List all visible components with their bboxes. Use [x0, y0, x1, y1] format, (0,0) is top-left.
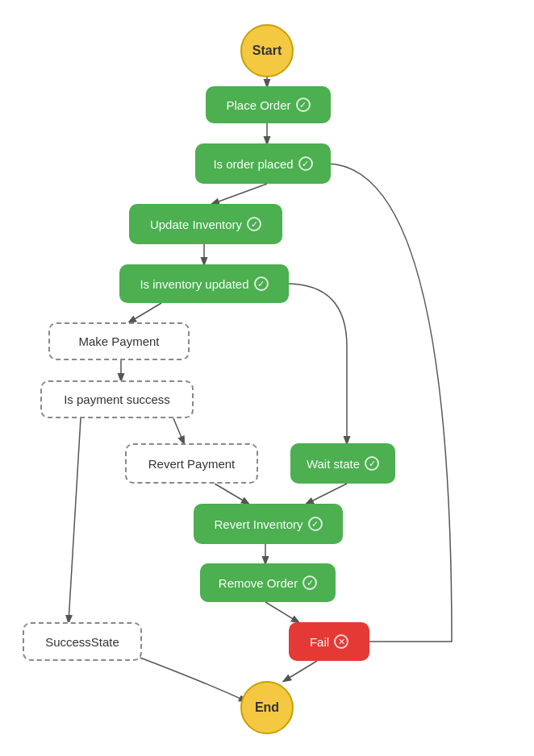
svg-line-10	[284, 661, 317, 681]
revert-payment-node: Revert Payment	[125, 443, 258, 484]
svg-line-12	[69, 418, 81, 622]
success-state-label: SuccessState	[45, 635, 119, 649]
diagram-container: Start Place Order ✓ Is order placed ✓ Up…	[0, 0, 534, 756]
fail-label: Fail	[310, 635, 329, 649]
revert-payment-label: Revert Payment	[148, 457, 236, 471]
remove-order-node: Remove Order ✓	[200, 563, 336, 602]
is-payment-success-node: Is payment success	[40, 380, 194, 418]
start-label: Start	[252, 44, 282, 58]
revert-inventory-node: Revert Inventory ✓	[194, 504, 343, 544]
success-state-node: SuccessState	[23, 622, 142, 661]
is-order-placed-check-icon: ✓	[298, 156, 313, 171]
update-inventory-check-icon: ✓	[247, 217, 261, 231]
is-payment-success-label: Is payment success	[64, 393, 170, 406]
end-label: End	[255, 700, 279, 715]
svg-line-9	[265, 602, 298, 622]
make-payment-label: Make Payment	[78, 334, 159, 348]
update-inventory-label: Update Inventory	[150, 218, 242, 231]
is-order-placed-label: Is order placed	[213, 157, 293, 171]
is-inventory-updated-label: Is inventory updated	[140, 277, 248, 291]
place-order-label: Place Order	[226, 98, 290, 112]
svg-line-2	[212, 184, 267, 204]
place-order-check-icon: ✓	[296, 98, 311, 112]
revert-inventory-label: Revert Inventory	[214, 517, 302, 531]
start-node: Start	[240, 24, 294, 77]
remove-order-check-icon: ✓	[302, 575, 317, 590]
make-payment-node: Make Payment	[48, 322, 190, 360]
svg-line-6	[173, 418, 184, 443]
wait-state-node: Wait state ✓	[290, 443, 395, 484]
svg-line-11	[307, 484, 347, 504]
fail-x-icon: ✕	[334, 634, 348, 649]
svg-line-7	[215, 484, 248, 504]
wait-state-check-icon: ✓	[365, 456, 379, 471]
place-order-node: Place Order ✓	[206, 86, 331, 123]
update-inventory-node: Update Inventory ✓	[129, 204, 282, 244]
end-node: End	[240, 681, 294, 734]
svg-line-4	[129, 303, 161, 322]
is-inventory-updated-node: Is inventory updated ✓	[119, 264, 289, 303]
is-order-placed-node: Is order placed ✓	[195, 143, 331, 184]
remove-order-label: Remove Order	[219, 576, 298, 590]
revert-inventory-check-icon: ✓	[308, 517, 323, 531]
wait-state-label: Wait state	[307, 457, 360, 471]
is-inventory-updated-check-icon: ✓	[254, 276, 269, 291]
fail-node: Fail ✕	[289, 622, 369, 661]
